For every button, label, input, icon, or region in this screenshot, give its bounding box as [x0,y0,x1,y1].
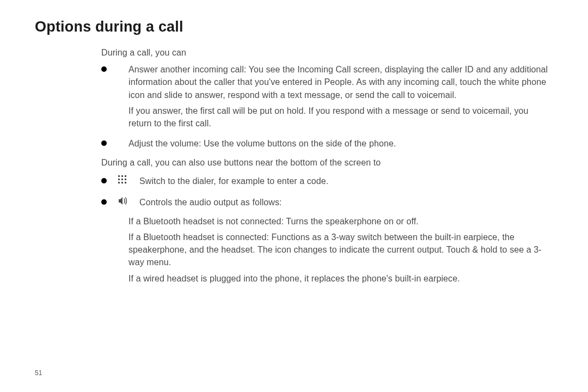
continuation-text: If a wired headset is plugged into the p… [128,272,553,285]
dialpad-icon [118,175,130,185]
svg-rect-6 [118,182,120,183]
intro-paragraph-1: During a call, you can [101,46,553,59]
bullet-content: Answer another incoming call: You see th… [128,63,553,133]
continuation-text: If a Bluetooth headset is connected: Fun… [128,231,553,269]
continuation-text: If a Bluetooth headset is not connected:… [128,215,553,228]
svg-rect-2 [125,175,126,177]
continuation-block: If a Bluetooth headset is not connected:… [128,215,553,285]
svg-rect-4 [121,179,123,180]
svg-rect-0 [118,175,120,177]
bullet-text: Switch to the dialer, for example to ent… [139,175,553,187]
bullet-dot-icon [101,178,107,183]
svg-rect-1 [121,175,123,177]
icon-bullet-item: Controls the audio output as follows: [101,196,553,212]
svg-rect-3 [118,179,120,180]
svg-rect-7 [121,182,123,183]
bullet-text: Adjust the volume: Use the volume button… [128,137,553,150]
speaker-icon [118,196,130,206]
bullet-item: Answer another incoming call: You see th… [101,63,553,133]
page-title: Options during a call [35,19,553,35]
icon-bullet-content: Controls the audio output as follows: [139,196,553,212]
bullet-dot-icon [101,140,107,146]
svg-rect-5 [125,179,126,180]
page-number: 51 [35,369,42,377]
bullet-text: If you answer, the first call will be pu… [128,105,553,130]
svg-rect-8 [125,182,126,183]
bullet-text: Answer another incoming call: You see th… [128,63,553,101]
bullet-text: Controls the audio output as follows: [139,196,553,209]
icon-bullet-item: Switch to the dialer, for example to ent… [101,175,553,191]
bullet-dot-icon [101,199,107,205]
body-content: During a call, you can Answer another in… [101,46,553,285]
document-page: Options during a call During a call, you… [0,0,588,392]
intro-paragraph-2: During a call, you can also use buttons … [101,156,553,169]
bullet-item: Adjust the volume: Use the volume button… [101,137,553,153]
icon-bullet-content: Switch to the dialer, for example to ent… [139,175,553,191]
bullet-dot-icon [101,66,107,72]
bullet-content: Adjust the volume: Use the volume button… [128,137,553,153]
